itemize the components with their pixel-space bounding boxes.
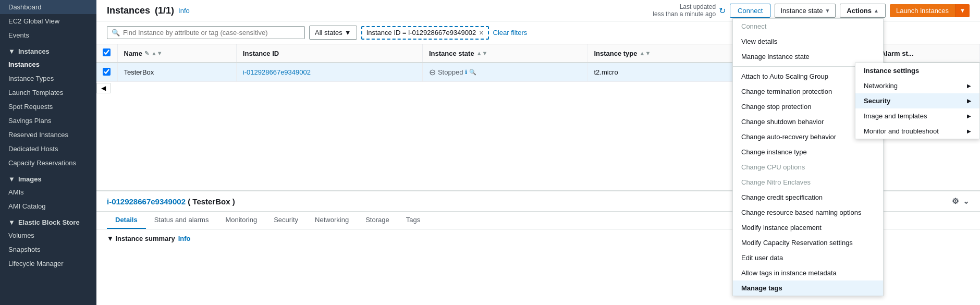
sidebar-section-ebs-header[interactable]: ▼ Elastic Block Store (0, 213, 96, 228)
sidebar-item-dedicated-hosts[interactable]: Dedicated Hosts (0, 142, 96, 156)
tab-details[interactable]: Details (107, 212, 146, 229)
menu-item-change-nitro: Change Nitro Enclaves (733, 175, 883, 190)
submenu-item-instance-settings[interactable]: Instance settings (855, 63, 979, 78)
settings-gear-icon[interactable]: ⚙ (952, 197, 959, 206)
sidebar-item-reserved-instances[interactable]: Reserved Instances (0, 128, 96, 142)
name-edit-icon[interactable]: ✎ (144, 50, 149, 57)
instance-settings-submenu: Instance settings Networking ▶ Security … (855, 63, 980, 139)
sidebar-item-instances[interactable]: Instances (0, 57, 96, 71)
row-type-cell: t2.micro (587, 63, 748, 82)
expand-icon[interactable]: ⌄ (963, 197, 970, 206)
sidebar-item-volumes[interactable]: Volumes (0, 228, 96, 242)
menu-item-change-resource-naming[interactable]: Change resource based naming options (733, 205, 883, 220)
submenu-item-image-templates[interactable]: Image and templates ▶ (855, 108, 979, 124)
instance-id-link[interactable]: i-012928667e9349002 (243, 68, 311, 76)
submenu-item-security[interactable]: Security ▶ (855, 93, 979, 108)
instance-summary-info-link[interactable]: Info (178, 235, 191, 242)
header-actions: Last updated less than a minute ago ↻ Co… (653, 3, 970, 18)
tab-monitoring[interactable]: Monitoring (217, 212, 265, 229)
all-states-button[interactable]: All states ▼ (309, 26, 357, 40)
submenu-arrow-networking: ▶ (967, 83, 971, 89)
sidebar: Dashboard EC2 Global View Events ▼ Insta… (0, 0, 96, 305)
sidebar-item-amis[interactable]: AMIs (0, 185, 96, 199)
row-checkbox-cell (96, 63, 117, 82)
actions-button[interactable]: Actions ▲ (840, 4, 886, 18)
th-instance-id: Instance ID (236, 44, 422, 63)
type-sort-icon[interactable]: ▲▼ (640, 50, 651, 56)
name-sort-icon[interactable]: ▲▼ (151, 50, 163, 56)
state-search-icon[interactable]: 🔍 (469, 69, 476, 76)
tab-storage[interactable]: Storage (357, 212, 398, 229)
th-instance-type: Instance type ▲▼ (587, 44, 748, 63)
sidebar-item-ec2-global-view[interactable]: EC2 Global View (0, 14, 96, 28)
menu-item-modify-placement[interactable]: Modify instance placement (733, 220, 883, 235)
sidebar-item-ami-catalog[interactable]: AMI Catalog (0, 199, 96, 213)
filter-clear-x[interactable]: × (479, 29, 483, 37)
menu-item-connect[interactable]: Connect (733, 19, 883, 34)
th-checkbox (96, 44, 117, 63)
filter-tag: Instance ID = i-012928667e9349002 × (361, 26, 489, 40)
bottom-panel-title: i-012928667e9349002 ( TesterBox ) (107, 197, 235, 206)
row-checkbox[interactable] (103, 68, 111, 76)
sidebar-section-images-header[interactable]: ▼ Images (0, 170, 96, 185)
last-updated: Last updated less than a minute ago ↻ (653, 3, 726, 18)
tab-status-alarms[interactable]: Status and alarms (146, 212, 217, 229)
submenu-item-monitor-troubleshoot[interactable]: Monitor and troubleshoot ▶ (855, 124, 979, 139)
th-name: Name ✎ ▲▼ (117, 44, 236, 63)
sidebar-item-snapshots[interactable]: Snapshots (0, 242, 96, 257)
sidebar-item-capacity-reservations[interactable]: Capacity Reservations (0, 156, 96, 170)
menu-item-view-details[interactable]: View details (733, 34, 883, 49)
launch-instances-split-btn: Launch instances ▼ (890, 4, 970, 17)
actions-arrow-icon: ▲ (874, 8, 879, 14)
menu-item-change-cpu: Change CPU options (733, 160, 883, 175)
sidebar-item-launch-templates[interactable]: Launch Templates (0, 86, 96, 100)
sidebar-item-instance-types[interactable]: Instance Types (0, 71, 96, 86)
all-states-arrow-icon: ▼ (345, 29, 351, 36)
sidebar-top: Dashboard EC2 Global View Events (0, 0, 96, 42)
actions-dropdown-menu: Connect View details Manage instance sta… (732, 18, 884, 296)
submenu-item-networking[interactable]: Networking ▶ (855, 78, 979, 93)
menu-item-manage-tags[interactable]: Manage tags (733, 280, 883, 296)
status-stopped-badge: ⊖ Stopped ℹ 🔍 (429, 67, 476, 77)
clear-filters-button[interactable]: Clear filters (493, 29, 528, 36)
collapse-icon: ▼ (8, 47, 15, 55)
collapse-icon-ebs: ▼ (8, 218, 15, 226)
sidebar-item-dashboard[interactable]: Dashboard (0, 0, 96, 14)
bottom-panel-controls: ⚙ ⌄ (952, 197, 970, 206)
page-title: Instances (1/1) (107, 5, 174, 16)
stopped-icon: ⊖ (429, 67, 436, 77)
tab-tags[interactable]: Tags (398, 212, 428, 229)
tab-security[interactable]: Security (265, 212, 307, 229)
menu-item-allow-tags-metadata[interactable]: Allow tags in instance metadata (733, 265, 883, 280)
row-name-cell: TesterBox (117, 63, 236, 82)
state-info-icon[interactable]: ℹ (465, 69, 467, 76)
tab-networking[interactable]: Networking (307, 212, 357, 229)
refresh-icon[interactable]: ↻ (719, 6, 726, 16)
launch-instances-button[interactable]: Launch instances (890, 4, 955, 17)
collapse-icon-images: ▼ (8, 175, 15, 183)
connect-button[interactable]: Connect (730, 4, 770, 18)
instance-state-button[interactable]: Instance state ▼ (775, 4, 836, 18)
sidebar-item-spot-requests[interactable]: Spot Requests (0, 100, 96, 114)
launch-instances-arrow-button[interactable]: ▼ (955, 4, 970, 17)
sidebar-item-lifecycle-manager[interactable]: Lifecycle Manager (0, 257, 96, 271)
submenu-arrow-image-templates: ▶ (967, 113, 971, 119)
menu-item-modify-capacity[interactable]: Modify Capacity Reservation settings (733, 235, 883, 250)
menu-item-edit-user-data[interactable]: Edit user data (733, 250, 883, 265)
scroll-left-button[interactable]: ◀ (96, 83, 111, 93)
search-icon: 🔍 (112, 29, 120, 36)
info-link[interactable]: Info (178, 7, 190, 15)
th-instance-state: Instance state ▲▼ (422, 44, 587, 63)
search-box: 🔍 (107, 26, 305, 39)
select-all-checkbox[interactable] (103, 48, 111, 56)
menu-item-change-instance-type[interactable]: Change instance type (733, 144, 883, 160)
sidebar-item-events[interactable]: Events (0, 28, 96, 42)
sidebar-item-savings-plans[interactable]: Savings Plans (0, 114, 96, 128)
row-state-cell: ⊖ Stopped ℹ 🔍 (422, 63, 587, 82)
sidebar-section-instances-header[interactable]: ▼ Instances (0, 42, 96, 57)
submenu-arrow-security: ▶ (967, 98, 971, 104)
menu-item-manage-instance-state[interactable]: Manage instance state (733, 49, 883, 64)
search-input[interactable] (123, 29, 300, 36)
state-sort-icon[interactable]: ▲▼ (476, 50, 488, 56)
menu-item-change-credit[interactable]: Change credit specification (733, 190, 883, 205)
